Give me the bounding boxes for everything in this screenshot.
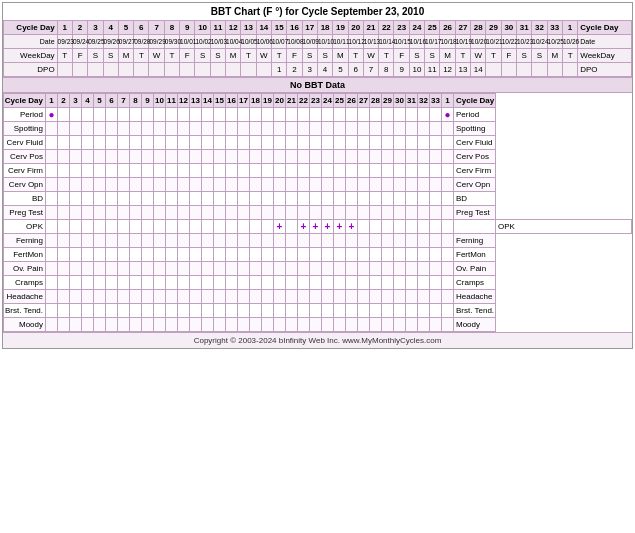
symptom-cell <box>322 304 334 318</box>
symptom-cell <box>418 276 430 290</box>
symptom-cell <box>106 304 118 318</box>
symptom-cell <box>214 122 226 136</box>
symptom-cell <box>130 304 142 318</box>
symptom-cell <box>118 318 130 332</box>
symptom-cell <box>94 290 106 304</box>
symptom-label: Cerv Fluid <box>4 136 46 150</box>
symptom-cell <box>166 122 178 136</box>
symptom-cell <box>394 164 406 178</box>
symptom-label-right: Preg Test <box>454 206 496 220</box>
symptom-label: Spotting <box>4 122 46 136</box>
symptom-cell <box>202 304 214 318</box>
symptom-cell <box>250 304 262 318</box>
symptom-cell <box>274 192 286 206</box>
symptom-cell <box>190 136 202 150</box>
opk-plus-icon: + <box>337 221 343 232</box>
symptom-cell <box>322 262 334 276</box>
symptom-cell <box>310 108 322 122</box>
symptom-cell <box>142 108 154 122</box>
symptom-cell <box>82 178 94 192</box>
symptom-cell <box>298 136 310 150</box>
symptom-cell <box>382 150 394 164</box>
symptom-cell <box>382 304 394 318</box>
symptom-cell <box>250 262 262 276</box>
symptom-cell <box>154 248 166 262</box>
symptom-cell <box>382 136 394 150</box>
symptom-cell <box>262 206 274 220</box>
symptom-cell <box>370 304 382 318</box>
symptom-row: Cerv PosCerv Pos <box>4 150 632 164</box>
symptom-cell <box>286 108 298 122</box>
symptom-cell <box>430 290 442 304</box>
symptom-cell <box>382 248 394 262</box>
symptom-cell <box>142 220 154 234</box>
symptom-row: FertMonFertMon <box>4 248 632 262</box>
symptom-cell <box>238 108 250 122</box>
symptom-cell <box>298 318 310 332</box>
symptom-cell <box>430 136 442 150</box>
symptom-cell <box>178 136 190 150</box>
symptom-label: Preg Test <box>4 206 46 220</box>
symptom-cell <box>454 220 496 234</box>
symptom-cell <box>178 192 190 206</box>
symptom-row: Brst. Tend.Brst. Tend. <box>4 304 632 318</box>
symptom-cell <box>370 136 382 150</box>
symptom-cell <box>58 262 70 276</box>
symptom-label: Cerv Opn <box>4 178 46 192</box>
symptom-cell <box>334 234 346 248</box>
symptom-cell <box>130 290 142 304</box>
symptom-label: Period <box>4 108 46 122</box>
symptom-cell <box>190 108 202 122</box>
symptom-cell <box>382 178 394 192</box>
symptom-cell <box>58 234 70 248</box>
symptom-cell <box>190 164 202 178</box>
symptom-cell: + <box>322 220 334 234</box>
symptom-cell <box>106 136 118 150</box>
symptom-cell <box>82 164 94 178</box>
symptom-cell <box>178 248 190 262</box>
symptom-cell <box>370 276 382 290</box>
symptom-cell <box>94 220 106 234</box>
symptom-cell <box>286 192 298 206</box>
symptom-cell <box>154 108 166 122</box>
symptom-cell <box>82 108 94 122</box>
symptom-cell <box>82 220 94 234</box>
symptom-cell <box>250 248 262 262</box>
symptom-cell <box>370 150 382 164</box>
symptom-cell <box>118 262 130 276</box>
symptom-cell <box>298 276 310 290</box>
symptom-cell <box>262 178 274 192</box>
symptom-cell <box>178 234 190 248</box>
symptom-cell <box>58 206 70 220</box>
symptom-label: Cerv Pos <box>4 150 46 164</box>
symptom-cell: ● <box>46 108 58 122</box>
symptom-cell <box>154 220 166 234</box>
symptom-cell <box>130 220 142 234</box>
symptom-cell <box>238 248 250 262</box>
symptom-cell <box>334 248 346 262</box>
symptom-cell <box>82 150 94 164</box>
symptom-cell <box>406 304 418 318</box>
symptom-cell <box>274 150 286 164</box>
symptom-label: FertMon <box>4 248 46 262</box>
symptom-row: Cerv FirmCerv Firm <box>4 164 632 178</box>
symptom-cell <box>406 150 418 164</box>
symptom-cell: + <box>274 220 286 234</box>
symptom-cell <box>142 276 154 290</box>
symptom-cell <box>406 318 418 332</box>
symptom-cell <box>82 318 94 332</box>
symptom-cell <box>166 206 178 220</box>
symptom-cell <box>250 318 262 332</box>
symptom-cell <box>298 150 310 164</box>
symptom-cell <box>226 164 238 178</box>
symptom-cell <box>82 262 94 276</box>
symptom-cell <box>70 108 82 122</box>
symptom-cell <box>442 150 454 164</box>
symptom-cell <box>226 136 238 150</box>
symptom-cell <box>442 122 454 136</box>
symptom-cell <box>178 304 190 318</box>
sym-cycle-day-row: Cycle Day 1234 5678 9101112 13141516 171… <box>4 94 632 108</box>
symptom-cell <box>274 234 286 248</box>
chart-container: BBT Chart (F °) for Cycle September 23, … <box>2 2 633 349</box>
symptom-cell <box>358 122 370 136</box>
